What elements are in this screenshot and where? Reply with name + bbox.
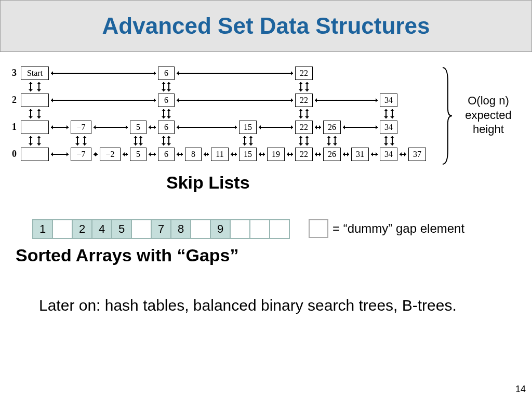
skip-node-5-0: 5 bbox=[130, 148, 147, 161]
skip-node-19-0: 19 bbox=[267, 148, 285, 161]
array-cell: 2 bbox=[72, 219, 92, 239]
subtitle-sorted-gaps: Sorted Arrays with “Gaps” bbox=[16, 245, 239, 265]
skip-node-37-0: 37 bbox=[408, 148, 426, 161]
array-cell bbox=[249, 219, 270, 239]
array-cell bbox=[131, 219, 152, 239]
varrow bbox=[307, 82, 308, 91]
harrow bbox=[287, 154, 293, 155]
varrow bbox=[38, 109, 39, 118]
varrow bbox=[392, 109, 393, 118]
harrow bbox=[259, 154, 265, 155]
varrow bbox=[140, 136, 141, 145]
varrow bbox=[84, 136, 85, 145]
varrow bbox=[38, 136, 39, 145]
skip-node-5-1: 5 bbox=[130, 121, 147, 134]
array-cell bbox=[269, 219, 290, 239]
varrow bbox=[168, 82, 169, 91]
harrow bbox=[315, 154, 321, 155]
varrow bbox=[168, 136, 169, 145]
level-label-2: 2 bbox=[9, 95, 17, 105]
skip-node-11-0: 11 bbox=[211, 148, 229, 161]
varrow bbox=[38, 82, 39, 91]
array-cell: 4 bbox=[91, 219, 112, 239]
varrow bbox=[30, 82, 31, 91]
skip-node-start-2 bbox=[21, 94, 49, 107]
varrow bbox=[300, 109, 301, 118]
harrow bbox=[315, 100, 378, 101]
array-cell bbox=[190, 219, 211, 239]
later-on-text: Later on: hash tables, balanced binary s… bbox=[39, 295, 465, 315]
varrow bbox=[300, 82, 301, 91]
harrow bbox=[51, 154, 69, 155]
harrow bbox=[177, 127, 237, 128]
harrow bbox=[231, 154, 237, 155]
varrow bbox=[335, 136, 336, 145]
harrow bbox=[51, 73, 156, 74]
harrow bbox=[400, 154, 406, 155]
skip-node-6-3: 6 bbox=[158, 66, 175, 80]
skip-node-34-0: 34 bbox=[380, 148, 397, 161]
array-cell bbox=[52, 219, 73, 239]
skip-node-15-1: 15 bbox=[239, 121, 257, 134]
harrow bbox=[149, 154, 156, 155]
skip-node-22-2: 22 bbox=[295, 94, 313, 107]
varrow bbox=[30, 109, 31, 118]
skip-node-31-0: 31 bbox=[351, 148, 369, 161]
harrow bbox=[123, 154, 128, 155]
varrow bbox=[385, 136, 387, 145]
skip-node-6-0: 6 bbox=[158, 148, 175, 161]
varrow bbox=[163, 136, 164, 145]
harrow bbox=[371, 154, 378, 155]
skip-node-n7-0: −7 bbox=[71, 148, 91, 161]
skip-node-start-1 bbox=[21, 121, 49, 134]
skip-node-8-0: 8 bbox=[185, 148, 202, 161]
level-label-1: 1 bbox=[9, 122, 17, 132]
varrow bbox=[30, 136, 31, 145]
array-cell: 5 bbox=[111, 219, 132, 239]
skip-node-22-0: 22 bbox=[295, 148, 313, 161]
title-bar: Advanced Set Data Structures bbox=[0, 0, 532, 52]
harrow bbox=[177, 100, 293, 101]
varrow bbox=[163, 109, 164, 118]
varrow bbox=[168, 109, 169, 118]
legend-swatch bbox=[309, 219, 328, 238]
skip-node-34-2: 34 bbox=[380, 94, 397, 107]
skip-node-n2-0: −2 bbox=[100, 148, 121, 161]
array-cell: 9 bbox=[210, 219, 231, 239]
brace-icon bbox=[441, 66, 453, 165]
skip-node-15-0: 15 bbox=[239, 148, 257, 161]
array-cell: 7 bbox=[151, 219, 171, 239]
harrow bbox=[259, 127, 293, 128]
skip-node-start-0 bbox=[21, 148, 49, 161]
harrow bbox=[51, 127, 69, 128]
harrow bbox=[94, 127, 128, 128]
array-cell: 1 bbox=[32, 219, 53, 239]
varrow bbox=[328, 136, 329, 145]
level-label-0: 0 bbox=[9, 149, 17, 159]
legend-text: = “dummy” gap element bbox=[332, 221, 464, 236]
subtitle-skip-lists: Skip Lists bbox=[166, 172, 250, 193]
array-cell bbox=[230, 219, 250, 239]
brace-annotation: O(log n) expected height bbox=[457, 94, 520, 137]
harrow bbox=[149, 127, 156, 128]
harrow bbox=[177, 73, 293, 74]
skip-node-26-0: 26 bbox=[323, 148, 341, 161]
array-cell: 8 bbox=[170, 219, 191, 239]
varrow bbox=[250, 136, 251, 145]
skip-node-26-1: 26 bbox=[323, 121, 341, 134]
skip-node-22-1: 22 bbox=[295, 121, 313, 134]
harrow bbox=[343, 127, 378, 128]
harrow bbox=[177, 154, 183, 155]
varrow bbox=[244, 136, 245, 145]
varrow bbox=[163, 82, 164, 91]
harrow bbox=[94, 154, 98, 155]
skip-node-start-3: Start bbox=[21, 66, 49, 80]
harrow bbox=[204, 154, 209, 155]
varrow bbox=[307, 136, 308, 145]
gapped-array: 1 2 4 5 7 8 9 bbox=[32, 219, 290, 239]
page-number: 14 bbox=[515, 384, 526, 395]
harrow bbox=[315, 127, 321, 128]
harrow bbox=[51, 100, 156, 101]
varrow bbox=[135, 136, 136, 145]
harrow bbox=[343, 154, 349, 155]
